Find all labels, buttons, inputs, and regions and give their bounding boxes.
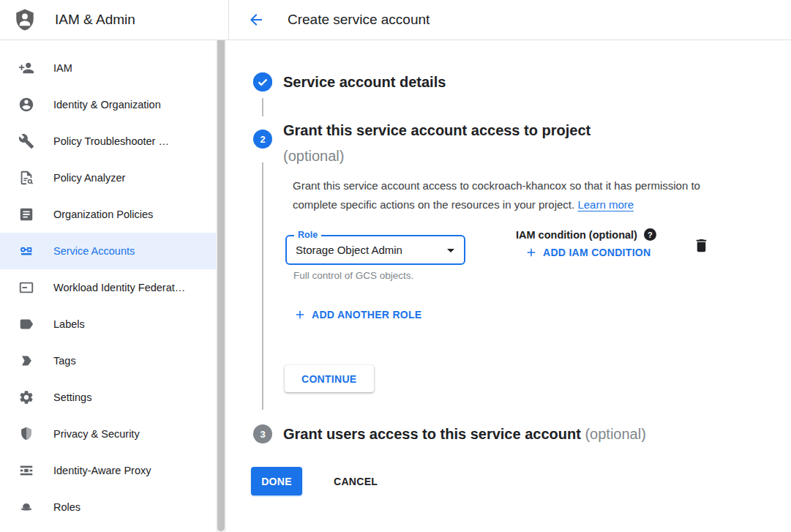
plus-icon	[293, 308, 307, 321]
sidebar-item-policy-analyzer[interactable]: Policy Analyzer	[0, 160, 217, 196]
delete-role-button[interactable]	[691, 236, 711, 255]
role-select[interactable]: Role Storage Object Admin	[285, 235, 465, 265]
step2-description: Grant this service account access to coc…	[293, 176, 732, 214]
person-add-icon	[18, 59, 35, 77]
page-title: Create service account	[288, 12, 430, 28]
sidebar-item-label: Identity & Organization	[53, 99, 161, 110]
step2-number-badge: 2	[253, 130, 272, 149]
step3-title-text: Grant users access to this service accou…	[283, 426, 581, 442]
firewall-icon	[18, 462, 35, 479]
role-select-value: Storage Object Admin	[296, 244, 442, 256]
role-helper-text: Full control of GCS objects.	[293, 270, 413, 281]
sidebar-item-label: Workload Identity Federat…	[53, 282, 185, 293]
create-service-account-form: Service account details 2 Grant this ser…	[229, 40, 791, 532]
sidebar-item-label: IAM	[53, 62, 72, 74]
sidebar-item-organization-policies[interactable]: Organization Policies	[0, 196, 217, 233]
sidebar-item-identity-aware-proxy[interactable]: Identity-Aware Proxy	[0, 452, 217, 489]
sidebar-item-label: Policy Troubleshooter …	[53, 135, 169, 147]
continue-button[interactable]: CONTINUE	[285, 365, 374, 392]
wrench-icon	[18, 132, 35, 150]
sidebar-item-tags[interactable]: Tags	[0, 342, 217, 379]
iam-condition-label: IAM condition (optional) ?	[516, 228, 656, 241]
label-tag-icon	[18, 315, 35, 333]
sidebar-item-identity-organization[interactable]: Identity & Organization	[0, 86, 217, 123]
trash-icon	[693, 237, 710, 254]
id-card-icon	[18, 279, 35, 296]
sidebar-item-label: Identity-Aware Proxy	[53, 465, 151, 476]
document-gear-icon	[18, 169, 35, 187]
sidebar-item-settings[interactable]: Settings	[0, 379, 217, 416]
sidebar-item-label: Privacy & Security	[53, 428, 140, 440]
add-another-role-button[interactable]: ADD ANOTHER ROLE	[293, 308, 422, 321]
account-circle-icon	[18, 96, 35, 113]
plus-icon	[525, 246, 538, 259]
step-connector	[262, 98, 263, 116]
step1-title: Service account details	[283, 70, 446, 95]
sidebar-item-policy-troubleshooter[interactable]: Policy Troubleshooter …	[0, 123, 217, 160]
page-header: Create service account	[229, 0, 791, 40]
document-lines-icon	[18, 206, 35, 223]
sidebar-item-labels[interactable]: Labels	[0, 306, 217, 342]
cancel-button[interactable]: CANCEL	[325, 467, 386, 495]
step3-optional-label: (optional)	[585, 426, 645, 442]
service-account-key-icon	[18, 242, 35, 260]
sidebar-scrollbar-track[interactable]	[216, 32, 226, 532]
sidebar: IAM Identity & Organization Policy Troub…	[0, 41, 229, 532]
tag-arrow-icon	[18, 352, 35, 370]
sidebar-item-service-accounts[interactable]: Service Accounts	[0, 233, 217, 269]
step2-title: Grant this service account access to pro…	[283, 118, 591, 169]
sidebar-item-iam[interactable]: IAM	[0, 50, 217, 86]
step2-optional-label: (optional)	[283, 148, 344, 164]
done-button[interactable]: DONE	[251, 467, 302, 495]
help-icon[interactable]: ?	[644, 228, 656, 241]
hat-icon	[18, 498, 35, 516]
dropdown-arrow-icon	[442, 241, 460, 259]
step3-title: Grant users access to this service accou…	[283, 422, 646, 447]
step-connector	[262, 162, 263, 410]
sidebar-item-privacy-security[interactable]: Privacy & Security	[0, 416, 217, 452]
role-select-label: Role	[294, 230, 321, 241]
shield-icon	[18, 425, 35, 443]
shield-person-icon	[13, 5, 38, 34]
step1-check-circle-icon	[253, 72, 272, 91]
arrow-back-icon[interactable]	[246, 10, 266, 30]
sidebar-item-label: Labels	[53, 318, 85, 330]
sidebar-item-label: Roles	[53, 501, 80, 513]
product-title: IAM & Admin	[55, 12, 135, 28]
learn-more-link[interactable]: Learn more	[577, 198, 634, 211]
sidebar-item-label: Organization Policies	[53, 209, 153, 220]
step2-title-text: Grant this service account access to pro…	[283, 122, 591, 138]
sidebar-item-label: Tags	[53, 355, 76, 367]
top-bar: IAM & Admin Create service account	[0, 0, 791, 40]
gear-icon	[18, 389, 35, 406]
gcp-console-window: IAM & Admin Create service account IAM I…	[0, 0, 791, 532]
sidebar-item-label: Policy Analyzer	[53, 172, 125, 184]
sidebar-item-roles[interactable]: Roles	[0, 489, 217, 525]
step3-number-badge: 3	[253, 424, 272, 443]
sidebar-scrollbar-thumb[interactable]	[217, 33, 225, 531]
product-header: IAM & Admin	[0, 0, 229, 40]
add-iam-condition-button[interactable]: ADD IAM CONDITION	[525, 246, 651, 259]
sidebar-item-workload-identity-federation[interactable]: Workload Identity Federat…	[0, 269, 217, 306]
sidebar-item-label: Settings	[53, 391, 91, 403]
sidebar-item-label: Service Accounts	[53, 245, 135, 257]
